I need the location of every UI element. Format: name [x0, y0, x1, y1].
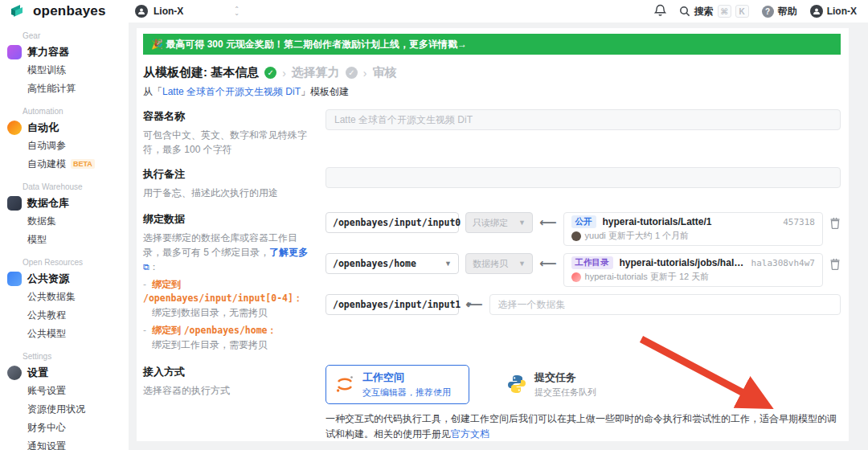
- dataset-meta: hyperai-tutorials 更新于 12 天前: [585, 271, 710, 283]
- access-mode-label: 接入方式: [143, 365, 311, 379]
- step-basic-info: 从模板创建: 基本信息: [143, 65, 259, 80]
- mount-mode-select-1[interactable]: 只读绑定 ▼: [465, 212, 533, 233]
- option-workspace[interactable]: 工作空间 交互编辑器，推荐使用: [326, 365, 469, 404]
- openbayes-logo-icon: [10, 3, 28, 19]
- step-select-compute: 选择算力: [292, 65, 340, 80]
- owner-avatar: [571, 231, 581, 241]
- user-name: Lion-X: [827, 6, 857, 17]
- bind-data-label: 绑定数据: [143, 212, 311, 227]
- check-done-icon: ✓: [264, 67, 276, 79]
- dataset-card-2[interactable]: 工作目录 hyperai-tutorials/jobs/hala308vh4w7…: [563, 253, 823, 287]
- user-avatar: [810, 5, 823, 18]
- main-area: 🎉 最高可得 300 元现金奖励！第二期创作者激励计划上线，更多详情戳→ 从模板…: [129, 22, 868, 450]
- step-separator: ›: [363, 67, 367, 80]
- bind-arrow-icon: ⟵: [539, 253, 557, 274]
- sidebar-item-public-models[interactable]: 公共模型: [0, 325, 129, 343]
- mount-path-select-1[interactable]: /openbayes/input/input0 ▼: [326, 212, 459, 233]
- bullet-dash: -: [143, 325, 146, 336]
- check-pending-icon: ✓: [346, 67, 358, 79]
- compute-container-icon: [7, 45, 22, 59]
- sidebar-item-auto-modeling[interactable]: 自动建模BETA: [0, 155, 129, 174]
- promo-banner[interactable]: 🎉 最高可得 300 元现金奖励！第二期创作者激励计划上线，更多详情戳→: [143, 34, 841, 55]
- sidebar-item-automation[interactable]: 自动化: [0, 119, 129, 137]
- sidebar-item-public-tutorials[interactable]: 公共教程: [0, 306, 129, 325]
- workspace-description: 一种交互式的代码执行工具，创建工作空间后我们可以在其上做一些即时的命令执行和尝试…: [326, 411, 841, 442]
- sidebar-item-hpc[interactable]: 高性能计算: [0, 80, 129, 98]
- sidebar-item-account-settings[interactable]: 账号设置: [0, 382, 129, 400]
- sidebar-item-notification-settings[interactable]: 通知设置: [0, 437, 129, 450]
- sidebar-section-settings: Settings: [23, 352, 129, 361]
- step-separator: ›: [282, 67, 286, 80]
- public-resources-icon: [7, 272, 22, 286]
- sidebar-item-datasets[interactable]: 数据集: [0, 212, 129, 231]
- search-control[interactable]: 搜索 ⌘ K: [679, 5, 749, 18]
- mount-mode-select-2[interactable]: 数据拷贝 ▼: [465, 253, 533, 274]
- delete-binding-icon[interactable]: [829, 258, 841, 272]
- kbd-cmd-key: ⌘: [718, 5, 731, 18]
- dataset-title: hyperai-tutorials/jobs/hala308vh4w7/outp…: [620, 257, 745, 268]
- binding-row-3: /openbayes/input/input1 ▼ ⟵: [326, 294, 841, 315]
- help-icon: ?: [762, 6, 774, 18]
- template-subtitle: 从「Latte 全球首个开源文生视频 DiT」模板创建: [143, 85, 841, 99]
- sidebar-item-auto-tuning[interactable]: 自动调参: [0, 137, 129, 155]
- sidebar-item-models[interactable]: 模型: [0, 231, 129, 249]
- workspace-avatar: [135, 5, 148, 18]
- dataset-id: hala308vh4w7: [751, 258, 815, 268]
- container-name-input[interactable]: [326, 109, 841, 130]
- owner-avatar: [571, 272, 581, 282]
- chevron-down-icon: ▼: [518, 219, 526, 227]
- beta-badge: BETA: [71, 159, 95, 169]
- run-note-input[interactable]: [326, 167, 841, 188]
- access-mode-section: 接入方式 选择容器的执行方式 工作空间 交互编辑器，推荐使用: [143, 365, 841, 442]
- workspace-selector[interactable]: Lion-X ⌃⌄: [135, 5, 240, 18]
- container-name-desc: 可包含中文、英文、数字和常见特殊字符，最多 100 个字符: [143, 128, 311, 157]
- mount-path-select-3[interactable]: /openbayes/input/input1 ▼: [326, 294, 459, 315]
- sidebar-item-model-training[interactable]: 模型训练: [0, 61, 129, 80]
- search-label: 搜索: [694, 5, 714, 18]
- wizard-steps: 从模板创建: 基本信息 ✓ › 选择算力 ✓ › 审核: [143, 65, 841, 80]
- sidebar-item-billing-center[interactable]: 财务中心: [0, 419, 129, 437]
- sidebar-section-data-warehouse: Data Warehouse: [23, 182, 129, 191]
- option-submit-task[interactable]: 提交任务 提交至任务队列: [506, 365, 596, 404]
- sidebar-section-automation: Automation: [23, 107, 129, 116]
- content-panel: 🎉 最高可得 300 元现金奖励！第二期创作者激励计划上线，更多详情戳→ 从模板…: [137, 28, 849, 441]
- data-warehouse-icon: [7, 196, 22, 211]
- template-link[interactable]: Latte 全球首个开源文生视频 DiT: [162, 86, 301, 97]
- bind-arrow-icon: ⟵: [539, 212, 557, 233]
- sidebar-item-public-resources[interactable]: 公共资源: [0, 270, 129, 288]
- official-docs-link[interactable]: 官方文档: [451, 428, 489, 440]
- access-mode-desc: 选择容器的执行方式: [143, 383, 311, 398]
- dataset-meta: yuudi 更新于大约 1 个月前: [585, 230, 690, 242]
- dataset-card-1[interactable]: 公开 hyperai-tutorials/Latte/1 457318 yuud…: [563, 212, 823, 246]
- dataset-search-input[interactable]: [489, 294, 841, 315]
- search-icon: [679, 6, 690, 17]
- run-note-section: 执行备注 用于备忘、描述此次执行的用途: [143, 167, 841, 200]
- learn-more-link[interactable]: 了解更多: [269, 247, 308, 258]
- kbd-k-key: K: [735, 5, 749, 18]
- sidebar-item-public-datasets[interactable]: 公共数据集: [0, 288, 129, 306]
- sidebar: Gear 算力容器 模型训练 高性能计算 Automation 自动化 自动调参…: [0, 22, 129, 450]
- binding-row-2: /openbayes/home ▼ 数据拷贝 ▼ ⟵ 工作目录 hyperai-…: [326, 253, 841, 287]
- mount-path-select-2[interactable]: /openbayes/home ▼: [326, 253, 459, 274]
- python-icon: [506, 374, 527, 395]
- bind-rule-home: - 绑定到 /openbayes/home： 绑定到工作目录，需要拷贝: [143, 324, 311, 352]
- workspace-name: Lion-X: [154, 6, 183, 17]
- chevron-down-icon: ▼: [518, 260, 526, 268]
- visibility-badge: 公开: [571, 215, 596, 228]
- sidebar-item-data-warehouse[interactable]: 数据仓库: [0, 194, 129, 212]
- user-menu[interactable]: Lion-X: [810, 5, 857, 18]
- sidebar-item-settings[interactable]: 设置: [0, 364, 129, 382]
- sidebar-item-resource-usage[interactable]: 资源使用状况: [0, 400, 129, 419]
- sidebar-item-compute-containers[interactable]: 算力容器: [0, 43, 129, 61]
- bind-data-section: 绑定数据 选择要绑定的数据仓库或容器工作目录，最多可有 5 个绑定目录，了解更多…: [143, 212, 841, 352]
- automation-icon: [7, 121, 22, 135]
- delete-binding-icon[interactable]: [829, 217, 841, 231]
- openbayes-logo[interactable]: openbayes: [0, 3, 129, 19]
- bind-arrow-icon: ⟵: [465, 294, 483, 315]
- binding-row-1: /openbayes/input/input0 ▼ 只读绑定 ▼ ⟵ 公开 hy…: [326, 212, 841, 246]
- notifications-bell-icon[interactable]: [654, 4, 666, 19]
- chevron-down-icon: ▼: [444, 260, 452, 268]
- settings-gear-icon: [7, 366, 22, 380]
- help-menu[interactable]: ? 帮助: [762, 5, 797, 18]
- container-name-section: 容器名称 可包含中文、英文、数字和常见特殊字符，最多 100 个字符: [143, 109, 841, 157]
